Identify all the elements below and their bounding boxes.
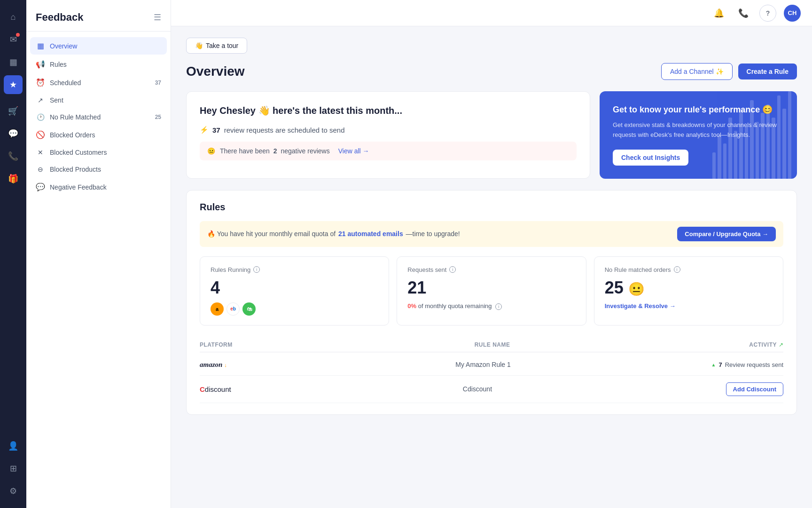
nav-icon-star[interactable]: ★: [4, 75, 23, 94]
nav-icon-chart[interactable]: ▦: [4, 53, 23, 71]
rules-section-title: Rules: [200, 202, 783, 213]
nav-icon-users[interactable]: 👤: [4, 437, 23, 455]
requests-sent-info-icon[interactable]: i: [449, 266, 456, 273]
sidebar-item-label: Overview: [50, 42, 77, 50]
requests-sent-label: Requests sent i: [407, 266, 575, 273]
nav-icon-phone[interactable]: 📞: [4, 147, 23, 166]
hey-card: Hey Chesley 👋 here's the latest this mon…: [186, 91, 590, 179]
compare-upgrade-quota-button[interactable]: Compare / Upgrade Quota →: [677, 227, 776, 241]
blocked-orders-icon: 🚫: [36, 130, 45, 139]
sidebar-header: Feedback ☰: [26, 0, 171, 32]
bell-button[interactable]: 🔔: [710, 5, 727, 22]
sidebar-item-label: Negative Feedback: [50, 183, 107, 191]
sidebar-item-label: Blocked Orders: [50, 131, 95, 139]
platform-icons: a eb 🛍: [211, 302, 378, 316]
no-rule-matched-value: 25 😐: [605, 278, 773, 298]
sidebar-item-blocked-customers[interactable]: ✕ Blocked Customers: [30, 144, 167, 160]
nav-icon-gift[interactable]: 🎁: [4, 169, 23, 188]
sidebar-item-label: No Rule Matched: [50, 113, 101, 121]
rules-section: Rules 🔥 You have hit your monthly email …: [186, 190, 797, 415]
amazon-activity-cell: ▲ 7 Review requests sent: [711, 361, 783, 368]
sidebar-item-label: Scheduled: [50, 79, 81, 87]
add-channel-label: Add a Channel ✨: [670, 68, 724, 75]
sidebar-item-negative-feedback[interactable]: 💬 Negative Feedback: [30, 178, 167, 196]
scheduled-badge: 37: [155, 79, 161, 86]
sidebar-item-blocked-orders[interactable]: 🚫 Blocked Orders: [30, 126, 167, 143]
nav-icon-chat[interactable]: 💬: [4, 124, 23, 143]
sidebar-nav: ▦ Overview 📢 Rules ⏰ Scheduled 37 ↗ Sent…: [26, 32, 171, 508]
scheduled-count: 37: [212, 126, 220, 134]
rules-icon: 📢: [36, 60, 45, 69]
rules-running-label: Rules Running i: [211, 266, 378, 273]
table-row: amazon ↓ My Amazon Rule 1 ▲ 7 Review req…: [200, 354, 783, 376]
bar-9: [756, 122, 759, 179]
rules-table-header: Platform Rule name Activity ↗: [200, 337, 783, 352]
sidebar-item-scheduled[interactable]: ⏰ Scheduled 37: [30, 74, 167, 91]
rules-running-value: 4: [211, 278, 378, 298]
nav-icon-settings[interactable]: ⚙: [4, 482, 23, 500]
amazon-platform-name: amazon ↓: [200, 361, 455, 369]
sent-icon: ↗: [36, 96, 45, 104]
cdiscount-activity-cell: Add Cdiscount: [726, 382, 783, 396]
shopify-platform-icon: 🛍: [242, 302, 256, 316]
header-actions: Add a Channel ✨ Create a Rule: [661, 63, 797, 80]
quota-info-icon[interactable]: i: [495, 303, 502, 310]
bar-4: [728, 118, 732, 179]
activity-desc: Review requests sent: [725, 361, 783, 368]
phone-button[interactable]: 📞: [735, 5, 752, 22]
rules-running-card: Rules Running i 4 a eb 🛍: [200, 256, 389, 325]
no-rule-matched-badge: 25: [155, 114, 161, 120]
bar-8: [750, 100, 753, 179]
amazon-platform-icon: a: [211, 302, 224, 316]
scheduled-text: review requests are scheduled to send: [224, 126, 345, 134]
sidebar-item-overview[interactable]: ▦ Overview: [30, 37, 167, 55]
sidebar-menu-icon[interactable]: ☰: [154, 12, 161, 23]
sidebar-title: Feedback: [36, 11, 84, 24]
sidebar-item-no-rule-matched[interactable]: 🕐 No Rule Matched 25: [30, 109, 167, 125]
blocked-customers-icon: ✕: [36, 149, 45, 156]
add-cdiscount-button[interactable]: Add Cdiscount: [726, 382, 783, 396]
create-rule-button[interactable]: Create a Rule: [738, 64, 797, 79]
sidebar-item-blocked-products[interactable]: ⊖ Blocked Products: [30, 161, 167, 177]
sidebar-item-label: Blocked Products: [50, 166, 101, 173]
quota-alert-text: 🔥 You have hit your monthly email quota …: [207, 230, 460, 238]
user-avatar[interactable]: CH: [784, 5, 801, 22]
nav-icon-cart[interactable]: 🛒: [4, 102, 23, 120]
activity-count: 7: [718, 361, 722, 368]
scheduled-icon: ⏰: [36, 78, 45, 87]
amazon-rule-name: My Amazon Rule 1: [455, 361, 711, 368]
nav-icon-apps[interactable]: ⊞: [4, 459, 23, 478]
nav-icon-inbox[interactable]: ✉: [4, 30, 23, 49]
sidebar-item-label: Rules: [50, 61, 67, 68]
overview-top-section: Hey Chesley 👋 here's the latest this mon…: [186, 91, 797, 179]
insights-background-bars: [712, 91, 797, 179]
sidebar-item-rules[interactable]: 📢 Rules: [30, 56, 167, 73]
tour-emoji: 👋: [195, 42, 203, 49]
check-out-insights-button[interactable]: Check out Insights: [613, 150, 688, 166]
activity-up-icon: ▲: [711, 362, 716, 367]
take-tour-button[interactable]: 👋 Take a tour: [186, 38, 247, 54]
no-rule-matched-emoji: 😐: [628, 282, 645, 296]
top-header: 🔔 📞 ? CH: [171, 0, 812, 26]
sidebar-item-sent[interactable]: ↗ Sent: [30, 92, 167, 108]
bar-3: [723, 143, 726, 178]
view-all-link[interactable]: View all →: [338, 147, 369, 155]
main-area: 🔔 📞 ? CH 👋 Take a tour Overview Add a Ch…: [171, 0, 812, 508]
investigate-resolve-link[interactable]: Investigate & Resolve →: [605, 302, 773, 310]
help-button[interactable]: ?: [759, 5, 776, 22]
rule-name-col-header: Rule name: [475, 341, 750, 348]
bar-12: [772, 118, 775, 179]
bar-13: [777, 95, 781, 178]
hey-card-title: Hey Chesley 👋 here's the latest this mon…: [200, 105, 577, 116]
requests-sent-value: 21: [407, 278, 575, 298]
no-rule-matched-icon: 🕐: [36, 113, 45, 121]
activity-trend-icon: ↗: [779, 341, 783, 348]
bar-2: [718, 135, 721, 179]
bar-10: [761, 113, 764, 178]
add-channel-button[interactable]: Add a Channel ✨: [661, 63, 733, 80]
no-rule-matched-info-icon[interactable]: i: [674, 266, 680, 273]
icon-navigation: ⌂ ✉ ▦ ★ 🛒 💬 📞 🎁 👤 ⊞ ⚙: [0, 0, 26, 508]
page-header: Overview Add a Channel ✨ Create a Rule: [186, 63, 797, 80]
nav-icon-home[interactable]: ⌂: [4, 8, 23, 26]
rules-running-info-icon[interactable]: i: [253, 266, 260, 273]
